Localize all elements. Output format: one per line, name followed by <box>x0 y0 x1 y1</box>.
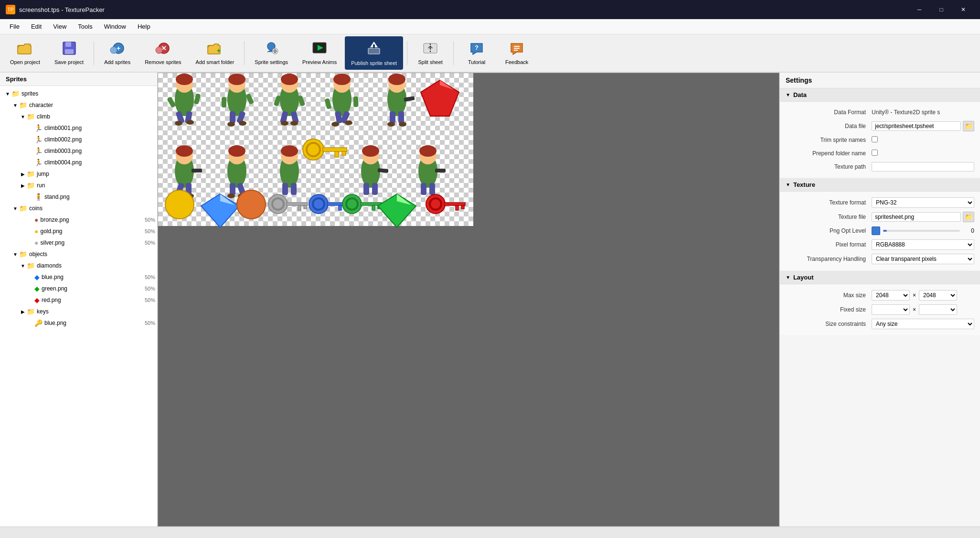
menu-edit[interactable]: Edit <box>25 21 47 32</box>
texture-file-browse-button[interactable]: 📁 <box>963 212 974 222</box>
data-file-browse-button[interactable]: 📁 <box>963 121 974 131</box>
png-opt-level-slider[interactable] <box>883 230 960 232</box>
svg-rect-121 <box>304 205 307 209</box>
label-max-size: Max size <box>786 292 872 299</box>
tree-arrow-run[interactable]: ▶ <box>19 183 27 188</box>
menu-file[interactable]: File <box>4 21 25 32</box>
open-project-button[interactable]: Open project <box>4 36 46 70</box>
transparency-handling-select[interactable]: Clear transparent pixels Keep transparen… <box>872 254 974 264</box>
svg-rect-3 <box>65 49 74 54</box>
label-texture-format: Texture format <box>786 199 872 206</box>
svg-text:+: + <box>217 47 221 54</box>
close-button[interactable]: ✕ <box>952 2 974 17</box>
tree-item-sprites[interactable]: ▼ 📁 sprites <box>0 88 157 99</box>
section-data-header[interactable]: ▼ Data <box>780 88 980 102</box>
prepend-folder-name-checkbox[interactable] <box>872 150 878 156</box>
max-size-height-select[interactable]: 2048 1024 512 4096 <box>919 290 957 301</box>
add-smart-folder-button[interactable]: + Add smart folder <box>190 36 241 70</box>
tree-item-red-diamond[interactable]: ◆ red.png 50% <box>0 294 157 306</box>
section-layout-label: Layout <box>793 274 814 281</box>
sprite-icon-green-diamond: ◆ <box>34 285 40 292</box>
maximize-button[interactable]: □ <box>930 2 952 17</box>
tree-item-gold[interactable]: ● gold.png 50% <box>0 226 157 237</box>
sprite-icon-climb0004: 🏃 <box>34 159 43 166</box>
trim-sprite-names-checkbox[interactable] <box>872 136 878 142</box>
svg-point-109 <box>419 145 437 157</box>
tree-item-objects[interactable]: ▼ 📁 objects <box>0 248 157 260</box>
add-sprites-button[interactable]: + Add sprites <box>98 36 137 70</box>
texture-format-select[interactable]: PNG-32 PNG-8 JPEG <box>872 197 974 208</box>
svg-rect-100 <box>291 183 297 195</box>
menu-view[interactable]: View <box>47 21 72 32</box>
sprites-tree[interactable]: ▼ 📁 sprites ▼ 📁 character ▼ 📁 climb <box>0 86 157 527</box>
section-layout-arrow: ▼ <box>786 275 790 280</box>
publish-sprite-sheet-button[interactable]: Publish sprite sheet <box>345 36 403 70</box>
data-file-input[interactable] <box>872 121 961 131</box>
tree-item-blue-key[interactable]: 🔑 blue.png 50% <box>0 317 157 329</box>
svg-rect-112 <box>435 169 446 172</box>
canvas-area[interactable] <box>158 73 779 527</box>
tree-arrow-jump[interactable]: ▶ <box>19 172 27 177</box>
data-format-text: Unity® - Texture2D sprite s <box>872 109 940 116</box>
svg-point-6 <box>110 47 117 54</box>
remove-sprites-button[interactable]: ✕ Remove sprites <box>138 36 187 70</box>
minimize-button[interactable]: ─ <box>908 2 930 17</box>
svg-point-113 <box>165 190 194 219</box>
tree-item-diamonds[interactable]: ▼ 📁 diamonds <box>0 260 157 271</box>
section-texture-header[interactable]: ▼ Texture <box>780 178 980 192</box>
folder-icon-character: 📁 <box>19 101 27 109</box>
fixed-size-width-select[interactable] <box>872 304 910 315</box>
tree-item-green-diamond[interactable]: ◆ green.png 50% <box>0 283 157 294</box>
tree-arrow-sprites[interactable]: ▼ <box>4 91 11 97</box>
preview-anims-button[interactable]: Preview Anims <box>296 36 343 70</box>
tree-arrow-climb[interactable]: ▼ <box>19 114 27 119</box>
svg-point-41 <box>228 74 245 85</box>
badge-bronze: 50% <box>145 217 155 223</box>
tree-item-jump[interactable]: ▶ 📁 jump <box>0 168 157 180</box>
tree-item-climb0003[interactable]: 🏃 climb0003.png <box>0 145 157 157</box>
tree-item-character[interactable]: ▼ 📁 character <box>0 99 157 111</box>
svg-point-32 <box>176 74 193 85</box>
tutorial-button[interactable]: ? Tutorial <box>458 36 496 70</box>
tree-arrow-objects[interactable]: ▼ <box>11 252 19 257</box>
menu-help[interactable]: Help <box>132 21 156 32</box>
add-smart-folder-label: Add smart folder <box>196 59 234 65</box>
tree-arrow-character[interactable]: ▼ <box>11 103 19 108</box>
svg-point-78 <box>176 145 193 157</box>
section-texture-arrow: ▼ <box>786 182 790 187</box>
add-smart-folder-icon: + <box>207 42 223 57</box>
texture-file-input[interactable] <box>872 212 961 222</box>
tree-arrow-diamonds[interactable]: ▼ <box>19 263 27 269</box>
tree-item-climb0002[interactable]: 🏃 climb0002.png <box>0 134 157 145</box>
svg-rect-72 <box>398 111 404 123</box>
tree-item-run[interactable]: ▶ 📁 run <box>0 180 157 191</box>
tree-item-stand[interactable]: 🧍 stand.png <box>0 191 157 203</box>
svg-rect-104 <box>363 183 369 195</box>
save-project-button[interactable]: Save project <box>48 36 90 70</box>
fixed-size-height-select[interactable] <box>919 304 957 315</box>
preview-anims-label: Preview Anims <box>302 59 337 65</box>
tree-item-silver[interactable]: ● silver.png 50% <box>0 237 157 248</box>
menu-tools[interactable]: Tools <box>72 21 98 32</box>
section-layout-header[interactable]: ▼ Layout <box>780 271 980 284</box>
tree-arrow-coins[interactable]: ▼ <box>11 206 19 211</box>
pixel-format-select[interactable]: RGBA8888 RGB888 RGBA4444 <box>872 239 974 250</box>
value-size-constraints: Any size Power of 2 <box>872 319 974 329</box>
tree-item-keys[interactable]: ▶ 📁 keys <box>0 306 157 317</box>
tree-item-blue-diamond[interactable]: ◆ blue.png 50% <box>0 271 157 283</box>
tree-item-climb0001[interactable]: 🏃 climb0001.png <box>0 122 157 134</box>
section-texture-content: Texture format PNG-32 PNG-8 JPEG Texture… <box>780 192 980 270</box>
size-constraints-select[interactable]: Any size Power of 2 <box>872 319 974 329</box>
texture-path-input[interactable] <box>872 162 974 172</box>
max-size-width-select[interactable]: 2048 1024 512 4096 <box>872 290 910 301</box>
menu-window[interactable]: Window <box>98 21 132 32</box>
tree-item-climb0004[interactable]: 🏃 climb0004.png <box>0 157 157 168</box>
sprite-settings-button[interactable]: Sprite settings <box>248 36 294 70</box>
tree-item-coins[interactable]: ▼ 📁 coins <box>0 203 157 214</box>
tree-arrow-keys[interactable]: ▶ <box>19 309 27 314</box>
tree-item-climb[interactable]: ▼ 📁 climb <box>0 111 157 122</box>
svg-rect-125 <box>339 205 341 210</box>
feedback-button[interactable]: Feedback <box>498 36 536 70</box>
tree-item-bronze[interactable]: ● bronze.png 50% <box>0 214 157 226</box>
split-sheet-button[interactable]: Split sheet <box>411 36 449 70</box>
